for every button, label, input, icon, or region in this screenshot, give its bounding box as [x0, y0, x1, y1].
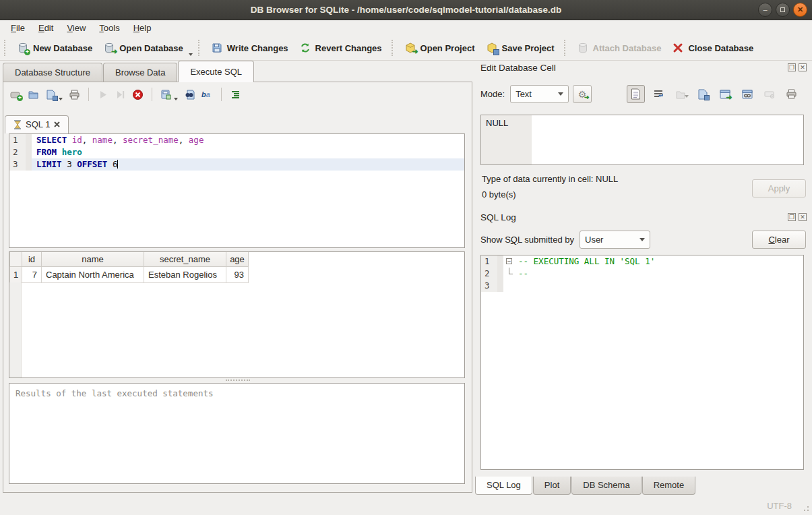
- execute-line-icon: [115, 89, 126, 100]
- dock-area: Edit Database Cell ❐ ✕ Mode: Text ⚙➜: [475, 61, 809, 495]
- save-project-icon: [486, 42, 498, 54]
- line-number: 3: [9, 158, 26, 171]
- stop-icon[interactable]: [132, 89, 144, 100]
- menu-file[interactable]: File: [4, 21, 32, 35]
- save-results-icon[interactable]: [160, 89, 172, 100]
- text-document-button[interactable]: [627, 85, 645, 103]
- tab-database-structure[interactable]: Database Structure: [3, 63, 102, 82]
- minimize-button-icon[interactable]: –: [758, 3, 772, 17]
- export-file-button[interactable]: [693, 85, 712, 103]
- new-database-button[interactable]: + New Database: [11, 39, 98, 57]
- save-sql-file-icon[interactable]: [45, 89, 57, 100]
- toolbar-drag-handle[interactable]: [4, 40, 7, 56]
- table-row[interactable]: 1 7 Captain North America Esteban Rogeli…: [10, 266, 249, 282]
- cell-age[interactable]: 93: [226, 266, 249, 282]
- cell-secret-name[interactable]: Esteban Rogelios: [144, 266, 226, 282]
- dock-tab-db-schema[interactable]: DB Schema: [571, 477, 641, 495]
- toolbar-drag-handle[interactable]: [198, 40, 201, 56]
- results-grid[interactable]: id name secret_name age 1 7 Captain Nort…: [9, 251, 465, 378]
- toolbar-drag-handle[interactable]: [564, 40, 567, 56]
- column-header-name[interactable]: name: [42, 252, 144, 266]
- edit-cell-dock-title: Edit Database Cell: [480, 63, 556, 73]
- line-number: 2: [481, 268, 497, 280]
- close-database-button[interactable]: Close Database: [666, 39, 759, 57]
- column-header-age[interactable]: age: [226, 252, 249, 266]
- clear-button[interactable]: Clear: [752, 231, 806, 249]
- grid-row-gutter: [9, 282, 22, 377]
- cell-value-editor[interactable]: NULL: [480, 115, 804, 165]
- row-number: 1: [10, 266, 22, 282]
- tab-execute-sql[interactable]: Execute SQL: [178, 61, 254, 82]
- open-project-icon: ➜: [404, 42, 416, 54]
- menu-bar: File Edit View Tools Help: [0, 20, 812, 36]
- open-database-dropdown-icon[interactable]: [189, 53, 193, 56]
- write-changes-icon: [211, 42, 223, 54]
- print-sql-icon[interactable]: [69, 89, 80, 100]
- edit-cell-mode-row: Mode: Text ⚙➜: [480, 85, 592, 103]
- dock-float-icon[interactable]: ❐: [788, 63, 796, 71]
- sql-log-editor[interactable]: 1 − -- EXECUTING ALL IN 'SQL 1' 2 -- 3: [480, 255, 804, 470]
- results-message-pane[interactable]: Results of the last executed statements: [9, 383, 465, 484]
- filter-label: Show SQL submitted by: [480, 235, 574, 245]
- log-line: 1 − -- EXECUTING ALL IN 'SQL 1': [481, 255, 803, 268]
- save-project-button[interactable]: Save Project: [480, 39, 560, 57]
- mode-value: Text: [516, 89, 532, 99]
- save-sql-dropdown-icon[interactable]: [59, 98, 63, 100]
- column-header-secret-name[interactable]: secret_name: [144, 252, 226, 266]
- title-bar[interactable]: DB Browser for SQLite - /home/user/code/…: [0, 0, 812, 20]
- main-toolbar: + New Database ➜ Open Database Write Cha…: [0, 36, 812, 61]
- dock-tab-plot[interactable]: Plot: [533, 477, 571, 495]
- mode-combobox[interactable]: Text: [510, 85, 569, 103]
- open-database-button[interactable]: ➜ Open Database: [98, 39, 189, 57]
- menu-edit[interactable]: Edit: [32, 21, 60, 35]
- menu-tools[interactable]: Tools: [92, 21, 126, 35]
- column-header-id[interactable]: id: [22, 252, 42, 266]
- open-database-label: Open Database: [119, 43, 183, 53]
- word-wrap-button[interactable]: [649, 85, 667, 103]
- grid-corner: [10, 252, 22, 266]
- apply-button: Apply: [752, 179, 806, 198]
- splitter-handle[interactable]: [226, 380, 250, 382]
- tab-browse-data[interactable]: Browse Data: [103, 63, 177, 82]
- resize-grip[interactable]: [801, 504, 809, 512]
- find-icon[interactable]: [184, 89, 195, 100]
- sql-tab-label: SQL 1: [26, 119, 50, 129]
- font-icon[interactable]: ba: [201, 89, 213, 100]
- fold-marker-icon[interactable]: −: [506, 258, 512, 264]
- format-sql-icon[interactable]: [230, 89, 241, 100]
- close-button-icon[interactable]: ✕: [793, 3, 807, 17]
- filter-combobox[interactable]: User: [580, 231, 650, 249]
- revert-changes-button[interactable]: Revert Changes: [294, 39, 387, 57]
- toolbar-drag-handle[interactable]: [392, 40, 395, 56]
- sql-log-filter-row: Show SQL submitted by User Clear: [480, 231, 806, 249]
- maximize-button-icon[interactable]: [776, 3, 790, 17]
- apply-auto-button[interactable]: ⚙➜: [573, 85, 592, 103]
- dock-close-icon[interactable]: ✕: [799, 63, 807, 71]
- execute-all-icon: [97, 89, 108, 100]
- dock-tab-sql-log[interactable]: SQL Log: [475, 477, 532, 495]
- menu-view[interactable]: View: [60, 21, 92, 35]
- open-external-button[interactable]: ➜: [716, 85, 734, 103]
- sql-code-editor[interactable]: 1 SELECT id, name, secret_name, age 2 FR…: [9, 133, 465, 248]
- attach-database-label: Attach Database: [593, 43, 662, 53]
- cell-id[interactable]: 7: [22, 266, 42, 282]
- apply-auto-icon: ⚙➜: [578, 90, 587, 99]
- dock-close-icon[interactable]: ✕: [799, 213, 807, 221]
- save-results-dropdown-icon[interactable]: [174, 98, 178, 100]
- print-cell-button[interactable]: [782, 85, 801, 103]
- text-cursor: [117, 160, 118, 169]
- write-changes-button[interactable]: Write Changes: [206, 39, 294, 57]
- close-tab-icon[interactable]: [54, 121, 60, 127]
- import-dropdown-icon: [685, 95, 689, 98]
- dock-float-icon[interactable]: ❐: [788, 213, 796, 221]
- encoding-indicator[interactable]: UTF-8: [767, 501, 792, 511]
- dock-tab-remote[interactable]: Remote: [642, 477, 696, 495]
- link-button[interactable]: [738, 85, 756, 103]
- cell-name[interactable]: Captain North America: [42, 266, 144, 282]
- open-sql-file-icon[interactable]: [28, 89, 39, 100]
- save-project-label: Save Project: [502, 43, 555, 53]
- menu-help[interactable]: Help: [127, 21, 158, 35]
- open-project-button[interactable]: ➜ Open Project: [399, 39, 480, 57]
- new-sql-tab-icon[interactable]: +: [10, 89, 22, 100]
- sql-editor-tab[interactable]: SQL 1: [5, 115, 69, 133]
